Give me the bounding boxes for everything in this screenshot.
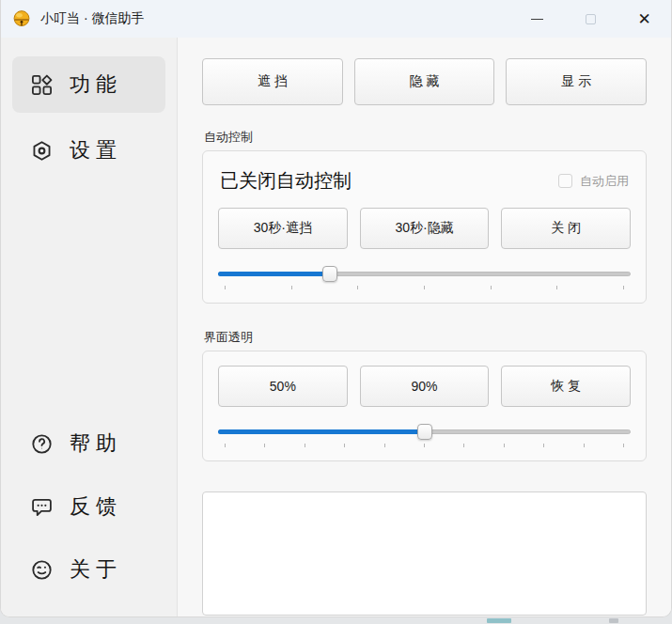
- auto-control-group: 已关闭自动控制 自动启用 30秒·遮挡 30秒·隐藏 关 闭: [202, 150, 647, 304]
- sidebar-spacer: [12, 188, 165, 415]
- transparency-group: 50% 90% 恢 复: [202, 351, 647, 461]
- show-button[interactable]: 显 示: [506, 58, 647, 105]
- sidebar-item-label: 反 馈: [70, 492, 117, 521]
- taskbar-peek: [0, 616, 672, 624]
- slider-tick: [504, 444, 505, 447]
- hide-30s-button[interactable]: 30秒·隐藏: [360, 208, 490, 249]
- slider-tick: [264, 444, 265, 447]
- minimize-icon: [531, 19, 543, 20]
- slider-tick: [424, 444, 425, 447]
- sidebar-item-about[interactable]: 关 于: [12, 541, 165, 598]
- block-button[interactable]: 遮 挡: [202, 58, 343, 105]
- opacity-50-button[interactable]: 50%: [218, 366, 348, 407]
- checkbox-icon: [558, 174, 572, 188]
- transparency-button-row: 50% 90% 恢 复: [218, 366, 631, 407]
- slider-tick: [225, 286, 226, 289]
- sidebar-item-label: 帮 助: [70, 429, 117, 458]
- slider-fill: [218, 272, 330, 276]
- slider-ticks: [218, 444, 631, 447]
- slider-thumb[interactable]: [322, 266, 337, 282]
- taskbar-app-smudge: [609, 618, 618, 623]
- maximize-icon: [586, 14, 596, 24]
- grid-category-icon: [31, 74, 53, 96]
- app-window: 小叮当 · 微信助手 ✕ 功 能: [0, 0, 672, 617]
- slider-tick: [623, 444, 624, 447]
- top-button-row: 遮 挡 隐 藏 显 示: [202, 58, 647, 105]
- auto-enable-checkbox[interactable]: 自动启用: [558, 173, 629, 190]
- minimize-button[interactable]: [510, 0, 564, 38]
- slider-tick: [543, 444, 544, 447]
- auto-control-status-row: 已关闭自动控制 自动启用: [218, 164, 631, 194]
- sidebar-item-label: 关 于: [70, 555, 117, 584]
- slider-tick: [357, 286, 358, 289]
- close-button[interactable]: ✕: [617, 0, 671, 38]
- slider-ticks: [218, 286, 631, 289]
- opacity-90-button[interactable]: 90%: [360, 366, 490, 407]
- bell-icon: [12, 9, 31, 28]
- slider-tick: [344, 444, 345, 447]
- slider-tick: [463, 444, 464, 447]
- main-panel: 遮 挡 隐 藏 显 示 自动控制 已关闭自动控制 自动启用 30秒·遮挡 30秒…: [178, 38, 671, 616]
- sidebar-item-label: 功 能: [70, 70, 117, 99]
- sidebar-item-feedback[interactable]: 反 馈: [12, 478, 165, 535]
- slider-fill: [218, 429, 425, 434]
- block-30s-button[interactable]: 30秒·遮挡: [218, 208, 348, 249]
- slider-tick: [584, 444, 585, 447]
- auto-control-button-row: 30秒·遮挡 30秒·隐藏 关 闭: [218, 208, 631, 249]
- sidebar-item-settings[interactable]: 设 置: [12, 122, 165, 179]
- window-controls: ✕: [510, 0, 671, 38]
- slider-tick: [556, 286, 557, 289]
- sidebar-item-label: 设 置: [70, 136, 117, 164]
- question-circle-icon: [31, 433, 53, 455]
- hide-button[interactable]: 隐 藏: [354, 58, 495, 105]
- auto-off-button[interactable]: 关 闭: [501, 208, 631, 249]
- slider-tick: [424, 286, 425, 289]
- maximize-button[interactable]: [564, 0, 617, 38]
- slider-tick: [305, 444, 305, 447]
- window-content: 功 能 设 置 帮 助: [1, 38, 671, 616]
- auto-control-group-label: 自动控制: [204, 129, 647, 146]
- log-textarea[interactable]: [202, 491, 647, 616]
- auto-control-slider-wrap: [218, 266, 631, 289]
- transparency-group-label: 界面透明: [204, 329, 647, 346]
- sidebar-item-help[interactable]: 帮 助: [12, 415, 165, 472]
- speech-bubble-icon: [31, 496, 53, 518]
- taskbar-app-smudge: [487, 618, 511, 623]
- slider-thumb[interactable]: [417, 424, 432, 440]
- opacity-restore-button[interactable]: 恢 复: [501, 366, 631, 407]
- window-title: 小叮当 · 微信助手: [40, 10, 144, 27]
- auto-enable-label: 自动启用: [580, 173, 629, 190]
- auto-control-slider[interactable]: [218, 266, 631, 282]
- slider-tick: [225, 444, 226, 447]
- transparency-slider[interactable]: [218, 424, 631, 440]
- slider-tick: [623, 286, 624, 289]
- auto-control-status: 已关闭自动控制: [220, 168, 352, 194]
- titlebar[interactable]: 小叮当 · 微信助手 ✕: [1, 0, 671, 38]
- smiley-icon: [31, 559, 53, 581]
- slider-tick: [291, 286, 292, 289]
- sidebar-item-features[interactable]: 功 能: [12, 56, 165, 113]
- close-icon: ✕: [637, 11, 650, 27]
- transparency-slider-wrap: [218, 424, 631, 447]
- slider-tick: [384, 444, 385, 447]
- slider-tick: [491, 286, 492, 289]
- hexagon-settings-icon: [31, 140, 53, 162]
- sidebar: 功 能 设 置 帮 助: [1, 38, 178, 616]
